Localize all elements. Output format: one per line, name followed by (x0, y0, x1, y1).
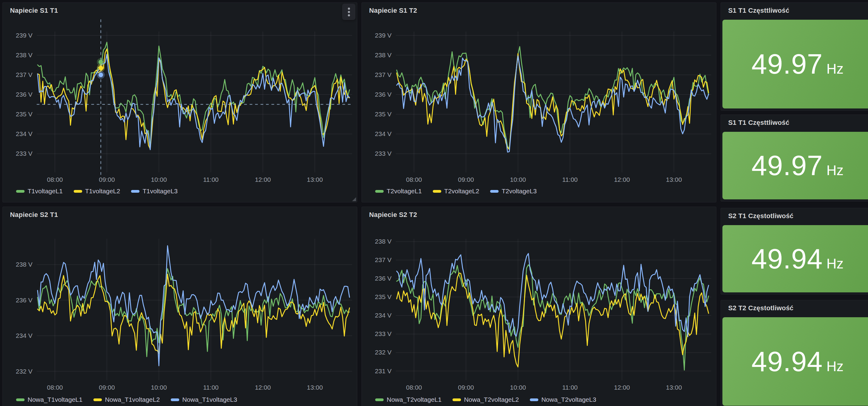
resize-handle[interactable] (352, 197, 356, 201)
svg-text:237 V: 237 V (16, 71, 32, 78)
stat-background: 49.94 Hz (722, 225, 868, 292)
svg-text:10:00: 10:00 (151, 176, 167, 183)
legend-series-swatch (93, 399, 102, 401)
panel-title: S1 T1 Częsttliwość (728, 7, 789, 14)
legend-series-swatch (16, 190, 25, 193)
legend-item[interactable]: Nowa_T2voltageL2 (453, 396, 519, 403)
legend-item[interactable]: Nowa_T1voltageL2 (93, 396, 160, 403)
svg-text:235 V: 235 V (375, 293, 392, 300)
svg-text:235 V: 235 V (375, 110, 392, 117)
stat-value-row: 49.94 Hz (751, 243, 843, 275)
svg-text:238 V: 238 V (16, 52, 32, 59)
svg-text:238 V: 238 V (375, 52, 392, 59)
svg-text:08:00: 08:00 (47, 384, 63, 391)
legend-series-label: Nowa_T2voltageL1 (387, 396, 442, 403)
legend-item[interactable]: T1voltageL3 (131, 188, 178, 195)
legend-item[interactable]: T2voltageL2 (433, 188, 479, 195)
hover-point (99, 60, 103, 64)
legend-item[interactable]: T2voltageL3 (490, 188, 537, 195)
svg-text:10:00: 10:00 (510, 384, 526, 391)
svg-text:09:00: 09:00 (458, 384, 474, 391)
legend-series-label: Nowa_T1voltageL1 (28, 396, 83, 403)
svg-text:233 V: 233 V (375, 150, 392, 157)
svg-text:10:00: 10:00 (151, 384, 167, 391)
time-series-plot[interactable]: 231 V232 V233 V234 V235 V236 V237 V238 V… (362, 207, 717, 406)
stat-unit: Hz (827, 256, 843, 272)
stat-panel-s1-t1-frequency-1: S1 T1 Częsttliwość 49.97 Hz (721, 2, 868, 110)
stat-value: 49.97 (751, 150, 823, 181)
svg-text:11:00: 11:00 (562, 384, 578, 391)
svg-text:231 V: 231 V (375, 368, 392, 374)
panel-header[interactable]: S2 T1 Częstotliwość (721, 208, 868, 224)
svg-text:13:00: 13:00 (307, 384, 323, 391)
svg-text:12:00: 12:00 (614, 384, 630, 391)
svg-text:11:00: 11:00 (562, 176, 578, 183)
legend-item[interactable]: Nowa_T2voltageL1 (375, 396, 442, 403)
legend-item[interactable]: Nowa_T1voltageL1 (16, 396, 83, 403)
legend: Nowa_T2voltageL1Nowa_T2voltageL2Nowa_T2v… (375, 396, 711, 403)
stat-value: 49.94 (751, 243, 823, 275)
legend-item[interactable]: Nowa_T2voltageL3 (530, 396, 596, 403)
legend-series-swatch (375, 399, 384, 401)
legend: T1voltageL1T1voltageL2T1voltageL3 (16, 188, 352, 195)
svg-text:237 V: 237 V (375, 256, 392, 263)
svg-text:238 V: 238 V (16, 261, 32, 268)
legend-series-label: Nowa_T1voltageL2 (105, 396, 160, 403)
stat-panel-s1-t1-frequency-2: S1 T1 Częsttliwość 49.97 Hz (721, 114, 868, 201)
time-series-plot[interactable]: 233 V234 V235 V236 V237 V238 V239 V08:00… (3, 3, 358, 203)
hover-point (99, 73, 103, 77)
legend-series-label: T1voltageL1 (28, 188, 63, 195)
time-series-plot[interactable]: 232 V234 V236 V238 V08:0009:0010:0011:00… (3, 207, 358, 406)
stat-value: 49.94 (751, 346, 823, 377)
stat-value: 49.97 (751, 48, 823, 80)
legend: Nowa_T1voltageL1Nowa_T1voltageL2Nowa_T1v… (16, 396, 352, 403)
legend-item[interactable]: T1voltageL1 (16, 188, 63, 195)
svg-text:232 V: 232 V (16, 368, 32, 375)
svg-text:08:00: 08:00 (406, 176, 422, 183)
panel-title: S2 T1 Częstotliwość (728, 212, 794, 220)
time-series-plot[interactable]: 233 V234 V235 V236 V237 V238 V239 V08:00… (362, 3, 717, 203)
panel-header[interactable]: S1 T1 Częsttliwość (721, 3, 868, 19)
stat-background: 49.97 Hz (722, 132, 868, 199)
legend-series-swatch (433, 190, 441, 193)
legend-series-swatch (530, 399, 538, 401)
svg-text:11:00: 11:00 (203, 384, 219, 391)
svg-text:234 V: 234 V (16, 332, 32, 339)
svg-text:236 V: 236 V (16, 297, 32, 304)
svg-text:10:00: 10:00 (510, 176, 526, 183)
svg-text:12:00: 12:00 (614, 176, 630, 183)
svg-text:233 V: 233 V (16, 150, 32, 157)
svg-text:234 V: 234 V (375, 312, 392, 319)
panel-header[interactable]: S2 T2 Częstotliwość (721, 300, 868, 316)
legend-series-swatch (171, 399, 179, 401)
svg-text:11:00: 11:00 (203, 176, 219, 183)
legend-series-swatch (131, 190, 140, 193)
svg-text:13:00: 13:00 (307, 176, 323, 183)
legend-series-swatch (453, 399, 461, 401)
panel-napiecie-s1-t2: Napiecie S1 T2 233 V234 V235 V236 V237 V… (362, 2, 716, 202)
legend-series-swatch (490, 190, 499, 193)
panel-napiecie-s2-t2: Napiecie S2 T2 231 V232 V233 V234 V235 V… (362, 207, 716, 406)
legend-series-label: T2voltageL3 (502, 188, 537, 195)
svg-text:08:00: 08:00 (47, 176, 63, 183)
svg-text:09:00: 09:00 (458, 176, 474, 183)
svg-text:237 V: 237 V (375, 71, 392, 78)
legend-item[interactable]: T2voltageL1 (375, 188, 422, 195)
legend-series-swatch (16, 399, 25, 401)
legend: T2voltageL1T2voltageL2T2voltageL3 (375, 188, 711, 195)
legend-item[interactable]: T1voltageL2 (74, 188, 120, 195)
svg-text:239 V: 239 V (375, 32, 392, 39)
stat-panel-s2-t2-frequency: S2 T2 Częstotliwość 49.94 Hz (721, 300, 868, 406)
svg-text:233 V: 233 V (375, 330, 392, 337)
legend-series-label: Nowa_T2voltageL2 (464, 396, 519, 403)
legend-item[interactable]: Nowa_T1voltageL3 (171, 396, 237, 403)
panel-header[interactable]: S1 T1 Częsttliwość (721, 115, 868, 131)
svg-text:13:00: 13:00 (666, 384, 682, 391)
stat-panel-s2-t1-frequency: S2 T1 Częstotliwość 49.94 Hz (721, 208, 868, 295)
svg-text:09:00: 09:00 (99, 384, 115, 391)
svg-text:12:00: 12:00 (255, 176, 271, 183)
stat-unit: Hz (827, 162, 843, 178)
legend-series-label: Nowa_T1voltageL3 (182, 396, 237, 403)
hover-point (99, 66, 103, 70)
svg-text:232 V: 232 V (375, 349, 392, 356)
